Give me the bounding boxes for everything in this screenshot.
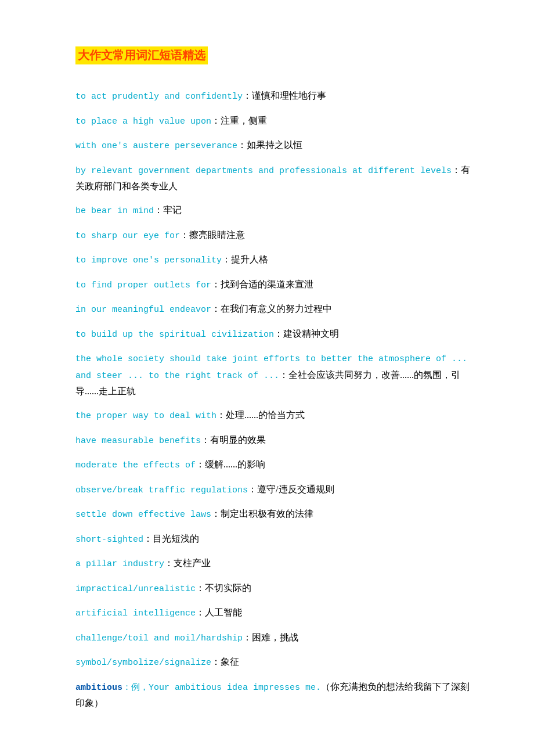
entry-colon: ： bbox=[196, 607, 205, 617]
entry-colon: ： bbox=[143, 534, 153, 543]
list-item: be bear in mind：牢记 bbox=[75, 202, 476, 219]
entry-colon: ： bbox=[211, 116, 221, 125]
list-item: to build up the spiritual civilization：建… bbox=[75, 326, 476, 343]
list-item: by relevant government departments and p… bbox=[75, 162, 476, 195]
entry-colon: ： bbox=[279, 370, 288, 380]
entry-en: symbol/symbolize/signalize bbox=[75, 658, 211, 668]
entry-cn: 象征 bbox=[221, 657, 239, 667]
entry-colon: ： bbox=[248, 484, 257, 494]
entry-en: the proper way to deal with bbox=[75, 411, 217, 421]
entry-cn: 注重，侧重 bbox=[221, 116, 267, 125]
list-item: challenge/toil and moil/hardship：困难，挑战 bbox=[75, 629, 476, 646]
list-item: to place a high value upon：注重，侧重 bbox=[75, 113, 476, 129]
list-item: short-sighted：目光短浅的 bbox=[75, 531, 476, 548]
entry-cn: 牢记 bbox=[163, 205, 182, 215]
entry-cn: 谨慎和理性地行事 bbox=[252, 91, 326, 100]
list-item: to act prudently and confidently：谨慎和理性地行… bbox=[75, 88, 476, 105]
list-item: in our meaningful endeavor：在我们有意义的努力过程中 bbox=[75, 301, 476, 318]
list-item: have measurable benefits：有明显的效果 bbox=[75, 432, 476, 449]
entry-en: to build up the spiritual civilization bbox=[75, 330, 274, 340]
entry-colon: ： bbox=[243, 91, 252, 100]
entry-colon: ： bbox=[164, 558, 174, 568]
list-item: a pillar industry：支柱产业 bbox=[75, 555, 476, 572]
entry-colon: ： bbox=[196, 583, 205, 593]
list-item: settle down effective laws：制定出积极有效的法律 bbox=[75, 506, 476, 523]
entry-en-bold: ambitious bbox=[75, 683, 122, 693]
entry-en: observe/break traffic regulations bbox=[75, 485, 248, 495]
entry-en: have measurable benefits bbox=[75, 436, 201, 446]
entry-en: to act prudently and confidently bbox=[75, 92, 243, 102]
entry-en: moderate the effects of bbox=[75, 460, 196, 470]
entry-cn: 目光短浅的 bbox=[153, 534, 199, 543]
entry-cn: 擦亮眼睛注意 bbox=[189, 230, 245, 240]
entry-en: by relevant government departments and p… bbox=[75, 166, 452, 176]
entry-cn: 遵守/违反交通规则 bbox=[257, 484, 334, 494]
list-item: observe/break traffic regulations：遵守/违反交… bbox=[75, 481, 476, 498]
entry-cn: 支柱产业 bbox=[174, 558, 211, 568]
entry-en: settle down effective laws bbox=[75, 510, 211, 520]
entry-colon: ： bbox=[243, 632, 252, 642]
entry-colon: ： bbox=[196, 459, 205, 469]
entry-colon: ： bbox=[211, 304, 221, 314]
entry-cn: 有明显的效果 bbox=[210, 435, 266, 445]
list-item: impractical/unrealistic：不切实际的 bbox=[75, 580, 476, 597]
entry-colon: ： bbox=[274, 329, 283, 339]
entry-en: impractical/unrealistic bbox=[75, 584, 196, 594]
list-item: moderate the effects of：缓解......的影响 bbox=[75, 456, 476, 473]
title-text: 大作文常用词汇短语精选 bbox=[78, 49, 205, 62]
entry-cn: 处理......的恰当方式 bbox=[226, 410, 305, 420]
title-block: 大作文常用词汇短语精选 bbox=[75, 46, 208, 64]
list-item: artificial intelligence：人工智能 bbox=[75, 604, 476, 621]
list-item: ambitious：例，Your ambitious idea impresse… bbox=[75, 679, 476, 711]
entry-cn: 提升人格 bbox=[231, 254, 268, 264]
entry-colon: ： bbox=[211, 509, 221, 519]
list-item: to improve one's personality：提升人格 bbox=[75, 251, 476, 268]
entry-en: to sharp our eye for bbox=[75, 231, 180, 241]
entry-cn: 缓解......的影响 bbox=[205, 459, 265, 469]
entry-en: short-sighted bbox=[75, 535, 143, 545]
entry-cn: 找到合适的渠道来宣泄 bbox=[221, 279, 313, 289]
entry-en: in our meaningful endeavor bbox=[75, 305, 211, 315]
list-item: with one's austere perseverance：如果持之以恒 bbox=[75, 137, 476, 154]
entries-container: to act prudently and confidently：谨慎和理性地行… bbox=[75, 88, 476, 711]
entry-colon: ： bbox=[211, 657, 221, 667]
entry-cn: 如果持之以恒 bbox=[247, 140, 302, 150]
list-item: to find proper outlets for：找到合适的渠道来宣泄 bbox=[75, 276, 476, 293]
list-item: symbol/symbolize/signalize：象征 bbox=[75, 654, 476, 671]
entry-en: with one's austere perseverance bbox=[75, 141, 237, 151]
entry-colon: ： bbox=[222, 254, 231, 264]
entry-cn: 人工智能 bbox=[205, 607, 242, 617]
entry-cn: 制定出积极有效的法律 bbox=[221, 509, 313, 519]
entry-cn: 困难，挑战 bbox=[252, 632, 298, 642]
entry-colon: ： bbox=[180, 230, 189, 240]
entry-en: to improve one's personality bbox=[75, 255, 222, 265]
entry-colon: ： bbox=[217, 410, 226, 420]
entry-cn: 不切实际的 bbox=[205, 583, 251, 593]
entry-en: challenge/toil and moil/hardship bbox=[75, 633, 243, 643]
entry-en-normal: ：例，Your ambitious idea impresses me. bbox=[122, 683, 321, 693]
entry-colon: ： bbox=[452, 165, 461, 175]
entry-en: a pillar industry bbox=[75, 559, 164, 569]
entry-colon: ： bbox=[154, 205, 163, 215]
entry-en: be bear in mind bbox=[75, 206, 154, 216]
list-item: to sharp our eye for：擦亮眼睛注意 bbox=[75, 227, 476, 244]
entry-colon: ： bbox=[211, 279, 221, 289]
entry-cn: 建设精神文明 bbox=[283, 329, 339, 339]
entry-en: to find proper outlets for bbox=[75, 280, 211, 290]
list-item: the whole society should take joint effo… bbox=[75, 350, 476, 399]
entry-en: artificial intelligence bbox=[75, 609, 196, 618]
entry-colon: ： bbox=[201, 435, 210, 445]
entry-cn: 在我们有意义的努力过程中 bbox=[221, 304, 332, 314]
entry-en: to place a high value upon bbox=[75, 117, 211, 127]
entry-colon: ： bbox=[237, 140, 247, 150]
list-item: the proper way to deal with：处理......的恰当方… bbox=[75, 407, 476, 424]
